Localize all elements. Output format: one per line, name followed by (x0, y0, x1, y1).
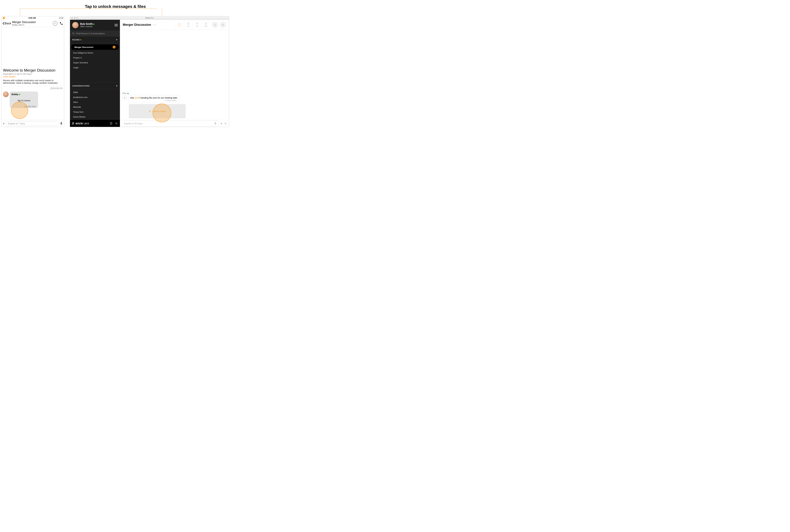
conversation-item[interactable]: jho@wickr.com (70, 95, 120, 100)
mobile-header: Back Merger Discussion Bobby, Alice S i (1, 20, 64, 27)
emoji-button[interactable]: ☺ (224, 122, 227, 125)
moderator-tip: Rooms with multiple moderators are much … (3, 79, 62, 84)
svg-point-6 (116, 123, 117, 124)
message-meta: 1:41 PM | 25D+ (12, 106, 36, 108)
svg-rect-14 (215, 122, 216, 124)
compose-input[interactable]: Expires in 30 Days (122, 120, 219, 127)
mic-icon[interactable] (214, 122, 217, 125)
svg-point-2 (73, 33, 74, 34)
settings-icon[interactable] (115, 122, 118, 125)
compose-input[interactable]: Expires in 7 Secs (6, 121, 59, 126)
add-button[interactable]: + (3, 121, 5, 126)
room-item[interactable]: Due Dilligence Room (70, 51, 120, 55)
tap-to-unlock[interactable]: Tap To Unlock (12, 96, 36, 106)
conversation-item[interactable]: David Meeks (70, 114, 120, 119)
view-details-link[interactable]: View details (3, 75, 62, 78)
chevron-left-icon (2, 22, 5, 25)
sender-name: Diffie (122, 92, 127, 94)
chat-title: Merger Discussion (123, 23, 151, 26)
conversation-item[interactable]: Alice (70, 100, 120, 104)
welcome-heading: Welcome to Merger Discussion (3, 68, 62, 73)
online-dot-icon (93, 23, 95, 25)
svg-rect-0 (61, 122, 62, 124)
search-button[interactable] (220, 22, 226, 28)
compose-bar: Expires in 30 Days + ☺ (120, 120, 229, 127)
check-icon: ✓ (176, 100, 178, 101)
conversation-item[interactable]: Michelle (70, 104, 120, 110)
chat-title: Merger Discussion (12, 21, 52, 24)
message-meta: ☆11:55 pm (29D) ✓ (130, 100, 178, 101)
chat-subtitle: Bobby, Alice S (12, 24, 52, 26)
room-item[interactable]: Super Sensitive (70, 60, 120, 65)
back-button[interactable]: Back (2, 22, 11, 25)
info-button[interactable]: i (53, 21, 57, 25)
member-count[interactable]: 3 (152, 23, 156, 26)
rooms-header: ROOMS + (70, 37, 120, 43)
online-dot-icon (19, 94, 20, 95)
bell-icon (187, 22, 190, 25)
mobile-frame: 📶 8:00 AM Back Merger Discussion Bobby, … (1, 16, 64, 127)
locked-attachment[interactable]: Click to unlock (129, 104, 186, 118)
dot-icon (80, 39, 81, 40)
battery-icon (59, 17, 63, 19)
contacts-icon[interactable] (110, 122, 113, 125)
unread-badge: 1 (113, 46, 115, 49)
svg-rect-13 (149, 111, 151, 112)
burn-button[interactable]: Off (193, 20, 201, 30)
room-item[interactable]: Project X (70, 55, 120, 60)
expiration-text: Expiration is set to 30 Days (3, 73, 62, 75)
svg-point-5 (111, 123, 111, 124)
online-dot-icon (127, 93, 129, 94)
chat-header: Merger Discussion 3 i All Off (120, 20, 229, 30)
add-room-button[interactable]: + (116, 38, 118, 41)
current-user[interactable]: Bob Smith diffie's network (70, 20, 120, 31)
conversation-item[interactable]: Diffie (70, 90, 120, 95)
user-name: Bob Smith (80, 23, 93, 25)
info-button[interactable]: i (175, 20, 184, 30)
sidebar-footer: // wickr pro (70, 120, 120, 127)
room-item[interactable]: Merger Discussion1 (71, 44, 119, 50)
connector (20, 8, 157, 9)
avatar: D (122, 95, 127, 100)
sidebar: Bob Smith diffie's network Find Rooms & … (70, 20, 120, 127)
svg-line-12 (223, 25, 224, 26)
date-separator: 2019-05-23 (3, 86, 62, 90)
lock-icon (149, 110, 151, 113)
timer-icon (205, 22, 208, 25)
page-title: Tap to unlock messages & files (1, 4, 229, 9)
notifications-button[interactable]: All (184, 20, 193, 30)
search-icon (72, 32, 75, 35)
add-conversation-button[interactable]: + (116, 84, 118, 88)
attach-button[interactable]: + (220, 121, 223, 126)
call-button[interactable] (212, 22, 218, 28)
sender-name: Bobby (12, 93, 18, 96)
svg-point-11 (222, 24, 224, 25)
mention[interactable]: @all (135, 97, 139, 99)
person-icon (152, 24, 154, 26)
locked-message[interactable]: Bobby Tap To Unlock 1:41 PM | 25D+ (9, 92, 38, 108)
call-button[interactable] (60, 22, 63, 25)
menu-button[interactable] (115, 23, 118, 27)
mic-icon[interactable] (60, 122, 63, 125)
desktop-frame: Wickr Pro Bob Smith diffie's network Fin… (70, 16, 229, 127)
clock: 8:00 AM (28, 17, 36, 19)
conversations-list: Diffie jho@wickr.com Alice Michelle Tony… (70, 89, 120, 120)
avatar (72, 22, 79, 28)
search-input[interactable]: Find Rooms & Conversations (70, 31, 120, 37)
status-bar: 📶 8:00 AM (1, 16, 64, 20)
rooms-list: Merger Discussion1 Due Dilligence Room P… (70, 43, 120, 71)
user-network: diffie's network (80, 25, 95, 27)
avatar (3, 92, 9, 97)
window-title: Wickr Pro (70, 17, 229, 19)
message-bubble: Hey @all! Sending file over for our meet… (129, 95, 179, 103)
window-titlebar: Wickr Pro (70, 16, 229, 20)
room-item[interactable]: Legal (70, 65, 120, 70)
conversation-item[interactable]: Tonya Itum (70, 110, 120, 114)
svg-line-3 (74, 34, 74, 35)
expiration-button[interactable]: 30D (201, 20, 210, 30)
signal-icon: 📶 (3, 17, 5, 19)
star-icon[interactable]: ☆ (163, 100, 165, 101)
fire-icon (196, 22, 199, 25)
chat-panel: Merger Discussion 3 i All Off (120, 20, 229, 127)
compose-bar: + Expires in 7 Secs (1, 120, 64, 127)
